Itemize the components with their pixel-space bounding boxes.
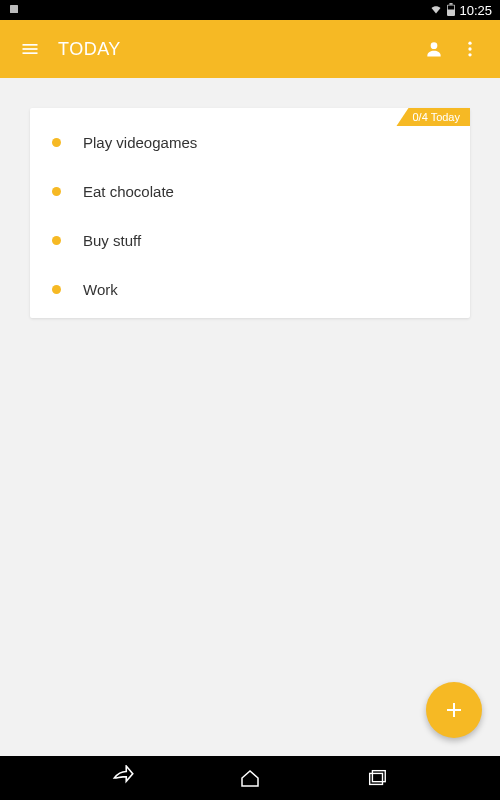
home-button[interactable] [230,758,270,798]
bullet-icon [52,187,61,196]
recents-icon [366,767,388,789]
bullet-icon [52,285,61,294]
svg-rect-12 [447,709,461,711]
svg-rect-6 [23,52,38,54]
svg-point-9 [468,47,471,50]
svg-rect-0 [10,5,18,13]
svg-point-8 [468,42,471,45]
plus-icon [442,698,466,722]
bullet-icon [52,138,61,147]
profile-button[interactable] [416,31,452,67]
overflow-menu-button[interactable] [452,31,488,67]
task-label: Play videogames [83,134,197,151]
task-row[interactable]: Eat chocolate [30,167,470,216]
back-button[interactable] [103,758,143,798]
back-icon [110,765,136,791]
person-icon [424,39,444,59]
battery-icon [447,3,455,18]
hamburger-icon [20,39,40,59]
task-row[interactable]: Work [30,265,470,314]
task-row[interactable]: Buy stuff [30,216,470,265]
task-label: Eat chocolate [83,183,174,200]
svg-point-7 [431,42,438,49]
more-vert-icon [460,39,480,59]
svg-rect-14 [372,771,385,782]
task-label: Buy stuff [83,232,141,249]
android-nav-bar [0,756,500,800]
bullet-icon [52,236,61,245]
home-icon [238,766,262,790]
svg-rect-4 [23,44,38,46]
svg-rect-2 [450,3,453,5]
svg-rect-13 [369,773,382,784]
progress-badge: 0/4 Today [396,108,470,126]
add-task-fab[interactable] [426,682,482,738]
svg-rect-3 [448,5,454,9]
status-time: 10:25 [459,3,492,18]
status-bar: 10:25 [0,0,500,20]
wifi-icon [429,3,443,17]
notification-icon [8,3,20,17]
recents-button[interactable] [357,758,397,798]
page-title: TODAY [58,39,416,60]
content-area: 0/4 Today Play videogames Eat chocolate … [0,78,500,318]
app-bar: TODAY [0,20,500,78]
hamburger-menu-button[interactable] [12,31,48,67]
svg-rect-5 [23,48,38,50]
svg-point-10 [468,53,471,56]
tasks-card: 0/4 Today Play videogames Eat chocolate … [30,108,470,318]
task-label: Work [83,281,118,298]
